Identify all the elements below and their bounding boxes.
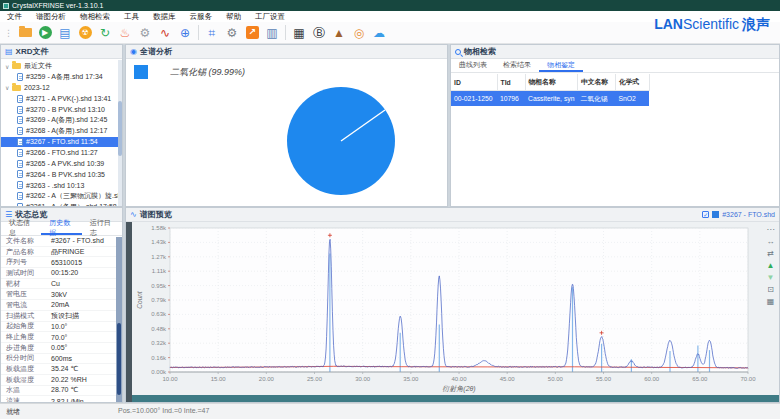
status-tab-2[interactable]: 运行日志 [82, 222, 122, 235]
series-checkbox[interactable]: ✓ [702, 211, 709, 218]
tree-file-10[interactable]: #3264 - B PVK.shd 10:35 [1, 169, 122, 180]
big-file-icon[interactable]: Ⓑ [309, 24, 329, 41]
radiation-icon[interactable]: ☢ [75, 24, 95, 41]
mountain-icon[interactable]: ▲ [329, 24, 349, 41]
property-row-2: 序列号65310015 [1, 257, 122, 268]
shift-down-icon[interactable]: ▼ [767, 274, 775, 282]
menu-item-5[interactable]: 云服务 [183, 12, 220, 22]
more-icon[interactable]: ⋯ [767, 226, 775, 234]
toolbar-grip[interactable]: ⋮ [4, 28, 13, 38]
tree-file-9[interactable]: #3265 - A PVK.shd 10:39 [1, 158, 122, 169]
brand-lan: LAN [654, 16, 683, 32]
tree-file-8[interactable]: #3266 - FTO.shd 11:27 [1, 147, 122, 158]
svg-text:60.00: 60.00 [644, 376, 660, 382]
svg-text:45.00: 45.00 [500, 376, 516, 382]
tree-file-1[interactable]: #3259 - A备用.shd 17:34 [1, 72, 122, 83]
file-icon [17, 149, 23, 157]
menu-item-6[interactable]: 帮助 [219, 12, 248, 22]
tree-file-11[interactable]: #3263 - .shd 10:13 [1, 180, 122, 191]
scan-icon[interactable]: ⌗ [202, 24, 222, 41]
phase-tabs: 曲线列表检索结果物相鉴定 [451, 59, 779, 73]
svg-text:70.00: 70.00 [740, 376, 756, 382]
status-tab-1[interactable]: 历史数据 [41, 222, 81, 235]
status-overview-panel: ☰ 状态总览 状态信息历史数据运行日志 文件名称#3267 - FTO.shd产… [0, 207, 123, 403]
svg-text:1.11k: 1.11k [152, 268, 167, 274]
phase-col-1: TId [497, 74, 525, 91]
tree-folder-2[interactable]: ∨2023-12 [1, 83, 122, 94]
phase-tab-1[interactable]: 检索结果 [495, 59, 539, 72]
status-bar: 就绪 Pos.=10.000° Ind.=0 Inte.=47 [0, 403, 780, 419]
fit-view-icon[interactable]: ⊡ [767, 286, 774, 294]
xrd-pattern-chart[interactable]: 10.0015.0020.0025.0030.0035.0040.0045.00… [132, 222, 780, 397]
pie-legend-label: 二氧化锡 (99.99%) [170, 66, 245, 79]
pie-legend: 二氧化锡 (99.99%) [126, 59, 447, 79]
open-folder-icon[interactable] [15, 24, 35, 41]
svg-text:35.00: 35.00 [403, 376, 419, 382]
file-icon [17, 170, 23, 178]
menu-item-4[interactable]: 数据库 [146, 12, 183, 22]
target-icon[interactable]: ⊕ [175, 24, 195, 41]
status-tab-0[interactable]: 状态信息 [1, 222, 41, 235]
search-pie-icon[interactable]: ◎ [349, 24, 369, 41]
play-icon[interactable]: ▶ [35, 24, 55, 41]
spectrum-icon[interactable]: ∿ [155, 24, 175, 41]
file-icon [17, 95, 23, 103]
phase-row-0[interactable]: 00-021-125010796Cassiterite, syn二氧化锡SnO2 [451, 91, 649, 107]
window-title: CrystalXFRINSE ver-1.3.10.1 [12, 2, 103, 9]
cloud-database-icon[interactable]: ☁ [369, 24, 389, 41]
trend-chart-icon[interactable]: ↗ [242, 24, 262, 41]
property-row-7: 扫描模式预设扫描 [1, 311, 122, 322]
gears-icon[interactable]: ⚙ [222, 24, 242, 41]
tree-file-7[interactable]: #3267 - FTO.shd 11:54 [1, 137, 122, 148]
cursor-readout: Pos.=10.000° Ind.=0 Inte.=47 [118, 407, 209, 414]
matrix-icon[interactable]: ▦ [289, 24, 309, 41]
menu-item-0[interactable]: 文件 [0, 12, 29, 22]
tree-file-4[interactable]: #3270 - B PVK.shd 13:10 [1, 104, 122, 115]
swap-axes-icon[interactable]: ⇄ [767, 250, 774, 258]
shift-up-icon[interactable]: ▲ [767, 262, 775, 270]
tree-file-3[interactable]: #3271 - A PVK(-).shd 13:41 [1, 93, 122, 104]
series-legend: ✓ #3267 - FTO.shd [702, 211, 775, 218]
data-grid-icon[interactable]: ▦ [767, 298, 775, 306]
xrd-files-title: XRD文件 [16, 46, 49, 57]
report-window-icon[interactable]: ▤ [55, 24, 75, 41]
svg-text:0.79k: 0.79k [151, 297, 167, 303]
brand-cn: 浪声 [742, 16, 770, 32]
chart-canvas[interactable]: 10.0015.0020.0025.0030.0035.0040.0045.00… [132, 222, 779, 395]
chart-hscrollbar[interactable] [132, 395, 779, 402]
tree-file-6[interactable]: #3268 - A(备用).shd 12:17 [1, 126, 122, 137]
heating-icon[interactable]: ♨ [115, 24, 135, 41]
refresh-icon[interactable]: ↻ [95, 24, 115, 41]
svg-text:1.43k: 1.43k [151, 239, 167, 245]
file-tree-scrollbar[interactable] [118, 60, 122, 206]
phase-search-title: 物相检索 [464, 46, 496, 57]
menu-item-7[interactable]: 工厂设置 [248, 12, 292, 22]
file-icon [17, 160, 23, 168]
menu-item-2[interactable]: 物相检索 [73, 12, 117, 22]
pan-horizontal-icon[interactable]: ↔ [767, 238, 775, 246]
file-icon [17, 127, 23, 135]
pie-chart [126, 79, 448, 207]
phase-search-header: 物相检索 [451, 45, 779, 59]
brand-scientific: Scientific [683, 16, 739, 32]
status-scrollbar[interactable] [116, 237, 122, 402]
menu-item-1[interactable]: 谱图分析 [29, 12, 73, 22]
copy-save-icon[interactable]: ▥ [262, 24, 282, 41]
property-row-1: 产品名称晶FRINGE [1, 247, 122, 258]
phase-tab-0[interactable]: 曲线列表 [451, 59, 495, 72]
phase-table: IDTId物相名称中文名称化学式00-021-125010796Cassiter… [451, 74, 650, 106]
tree-folder-0[interactable]: ∨最近文件 [1, 61, 122, 72]
tree-file-5[interactable]: #3269 - A(备用).shd 12:45 [1, 115, 122, 126]
phase-tab-2[interactable]: 物相鉴定 [539, 59, 583, 72]
property-row-15: 流速2.82 L/Min [1, 396, 122, 403]
tree-file-12[interactable]: #3262 - A（三聚物沉膜）旋.shd 18:22 [1, 191, 122, 202]
svg-text:50.00: 50.00 [548, 376, 564, 382]
pie-icon: ◉ [130, 48, 137, 56]
svg-text:0.16k: 0.16k [151, 355, 167, 361]
settings-icon[interactable]: ⚙ [135, 24, 155, 41]
menu-item-3[interactable]: 工具 [117, 12, 146, 22]
svg-text:Count: Count [136, 290, 143, 309]
svg-text:0.95k: 0.95k [151, 283, 167, 289]
property-row-5: 管电压30kV [1, 289, 122, 300]
file-icon [17, 106, 23, 114]
